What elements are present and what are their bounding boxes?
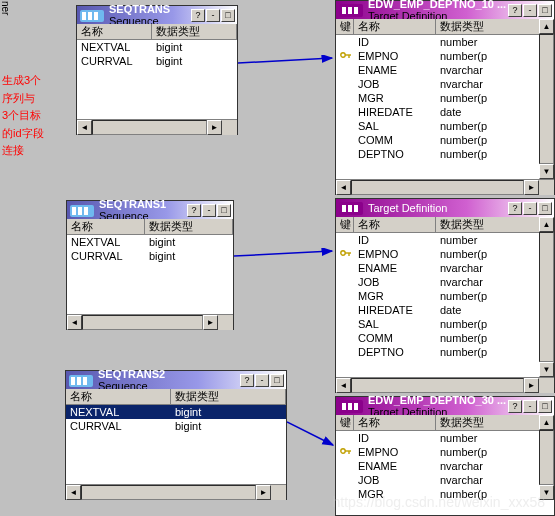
titlebar[interactable]: EDW_EMP_DEPTNO_10 ...Target Definition ?… bbox=[336, 1, 554, 19]
v-scrollbar[interactable]: ▲▼ bbox=[539, 19, 554, 179]
sequence-window-0[interactable]: SEQTRANSSequence ?-□ 名称数据类型 NEXTVALbigin… bbox=[76, 5, 238, 135]
svg-rect-9 bbox=[71, 377, 75, 385]
table-row[interactable]: DEPTNOnumber(p bbox=[336, 345, 554, 359]
svg-rect-20 bbox=[342, 205, 346, 212]
table-row[interactable]: EMPNOnumber(p bbox=[336, 49, 554, 63]
table-row[interactable]: IDnumber bbox=[336, 431, 554, 445]
titlebar[interactable]: SEQTRANSSequence ?-□ bbox=[77, 6, 237, 24]
scroll-left-icon: ◄ bbox=[77, 120, 92, 135]
minimize-button[interactable]: - bbox=[206, 9, 220, 22]
help-button[interactable]: ? bbox=[508, 400, 522, 413]
minimize-button[interactable]: - bbox=[523, 4, 537, 17]
table-row[interactable]: DEPTNOnumber(p bbox=[336, 147, 554, 161]
svg-rect-3 bbox=[94, 12, 98, 20]
close-button[interactable]: □ bbox=[538, 202, 552, 215]
table-body[interactable]: IDnumberEMPNOnumber(pENAMEnvarcharJOBnva… bbox=[336, 431, 554, 501]
target-icon bbox=[338, 2, 364, 18]
target-window-1[interactable]: Target Definition ?-□ 键名称数据类型 IDnumberEM… bbox=[335, 198, 555, 393]
minimize-button[interactable]: - bbox=[202, 204, 216, 217]
connector-arrow-2 bbox=[287, 420, 339, 450]
table-row[interactable]: IDnumber bbox=[336, 233, 554, 247]
close-button[interactable]: □ bbox=[217, 204, 231, 217]
target-window-0[interactable]: EDW_EMP_DEPTNO_10 ...Target Definition ?… bbox=[335, 0, 555, 195]
table-row[interactable]: EMPNOnumber(p bbox=[336, 247, 554, 261]
table-body[interactable]: IDnumberEMPNOnumber(pENAMEnvarcharJOBnva… bbox=[336, 35, 554, 161]
sequence-icon bbox=[69, 202, 95, 218]
key-icon bbox=[340, 248, 352, 258]
window-subtitle: Target Definition bbox=[368, 202, 448, 214]
help-button[interactable]: ? bbox=[240, 374, 254, 387]
close-button[interactable]: □ bbox=[270, 374, 284, 387]
svg-line-35 bbox=[234, 251, 332, 256]
table-row[interactable]: JOBnvarchar bbox=[336, 473, 554, 487]
table-row[interactable]: COMMnumber(p bbox=[336, 133, 554, 147]
sequence-window-1[interactable]: SEQTRANS1Sequence ?-□ 名称数据类型 NEXTVALbigi… bbox=[66, 200, 234, 330]
svg-rect-27 bbox=[342, 403, 346, 410]
table-row-selected: NEXTVALbigint bbox=[66, 405, 286, 419]
minimize-button[interactable]: - bbox=[523, 400, 537, 413]
svg-point-16 bbox=[341, 53, 345, 57]
table-row[interactable]: ENAMEnvarchar bbox=[336, 261, 554, 275]
table-row[interactable]: HIREDATEdate bbox=[336, 105, 554, 119]
help-button[interactable]: ? bbox=[187, 204, 201, 217]
svg-line-34 bbox=[238, 58, 332, 63]
table-row[interactable]: ENAMEnvarchar bbox=[336, 63, 554, 77]
help-button[interactable]: ? bbox=[191, 9, 205, 22]
sequence-icon bbox=[68, 372, 94, 388]
svg-rect-15 bbox=[354, 7, 358, 14]
minimize-button[interactable]: - bbox=[255, 374, 269, 387]
scroll-down-icon: ▼ bbox=[539, 164, 554, 179]
svg-rect-5 bbox=[72, 207, 76, 215]
table-body[interactable]: NEXTVALbigint CURRVALbigint bbox=[67, 235, 233, 263]
table-row[interactable]: HIREDATEdate bbox=[336, 303, 554, 317]
table-row[interactable]: MGRnumber(p bbox=[336, 289, 554, 303]
watermark: https://blog.csdn.net/weixin_xxx58 bbox=[333, 494, 545, 510]
titlebar[interactable]: Target Definition ?-□ bbox=[336, 199, 554, 217]
titlebar[interactable]: EDW_EMP_DEPTNO_30 ...Target Definition ?… bbox=[336, 397, 554, 415]
table-row[interactable]: SALnumber(p bbox=[336, 317, 554, 331]
titlebar[interactable]: SEQTRANS2Sequence ?-□ bbox=[66, 371, 286, 389]
help-button[interactable]: ? bbox=[508, 202, 522, 215]
table-row[interactable]: SALnumber(p bbox=[336, 119, 554, 133]
svg-rect-29 bbox=[354, 403, 358, 410]
window-title: SEQTRANS1 bbox=[99, 198, 166, 210]
connector-arrow-1 bbox=[234, 248, 338, 268]
close-button[interactable]: □ bbox=[221, 9, 235, 22]
svg-rect-22 bbox=[354, 205, 358, 212]
h-scrollbar[interactable]: ◄► bbox=[66, 484, 286, 499]
h-scrollbar[interactable]: ◄► bbox=[67, 314, 233, 329]
close-button[interactable]: □ bbox=[538, 4, 552, 17]
table-row[interactable]: MGRnumber(p bbox=[336, 91, 554, 105]
table-row[interactable]: JOBnvarchar bbox=[336, 77, 554, 91]
table-row[interactable]: COMMnumber(p bbox=[336, 331, 554, 345]
sequence-icon bbox=[79, 7, 105, 23]
minimize-button[interactable]: - bbox=[523, 202, 537, 215]
h-scrollbar[interactable]: ◄► bbox=[336, 377, 554, 392]
scroll-up-icon: ▲ bbox=[539, 19, 554, 34]
table-row[interactable]: EMPNOnumber(p bbox=[336, 445, 554, 459]
table-row[interactable]: JOBnvarchar bbox=[336, 275, 554, 289]
h-scrollbar[interactable]: ◄► bbox=[336, 179, 554, 194]
table-body[interactable]: IDnumberEMPNOnumber(pENAMEnvarcharJOBnva… bbox=[336, 233, 554, 359]
table-body[interactable]: NEXTVALbigint CURRVALbigint bbox=[66, 405, 286, 433]
key-icon bbox=[340, 50, 352, 60]
svg-point-23 bbox=[341, 251, 345, 255]
help-button[interactable]: ? bbox=[508, 4, 522, 17]
sequence-window-2[interactable]: SEQTRANS2Sequence ?-□ 名称数据类型 NEXTVALbigi… bbox=[65, 370, 287, 500]
table-row[interactable]: IDnumber bbox=[336, 35, 554, 49]
table-body[interactable]: NEXTVALbigint CURRVALbigint bbox=[77, 40, 237, 68]
connector-arrow-0 bbox=[238, 55, 338, 75]
h-scrollbar[interactable]: ◄► bbox=[77, 119, 237, 134]
scroll-right-icon: ► bbox=[207, 120, 222, 135]
svg-rect-2 bbox=[88, 12, 92, 20]
table-row[interactable]: ENAMEnvarchar bbox=[336, 459, 554, 473]
v-scrollbar[interactable]: ▲▼ bbox=[539, 415, 554, 500]
table-row: CURRVALbigint bbox=[77, 54, 237, 68]
svg-rect-11 bbox=[83, 377, 87, 385]
v-scrollbar[interactable]: ▲▼ bbox=[539, 217, 554, 377]
svg-rect-6 bbox=[78, 207, 82, 215]
close-button[interactable]: □ bbox=[538, 400, 552, 413]
titlebar[interactable]: SEQTRANS1Sequence ?-□ bbox=[67, 201, 233, 219]
svg-line-36 bbox=[287, 422, 333, 445]
svg-rect-21 bbox=[348, 205, 352, 212]
